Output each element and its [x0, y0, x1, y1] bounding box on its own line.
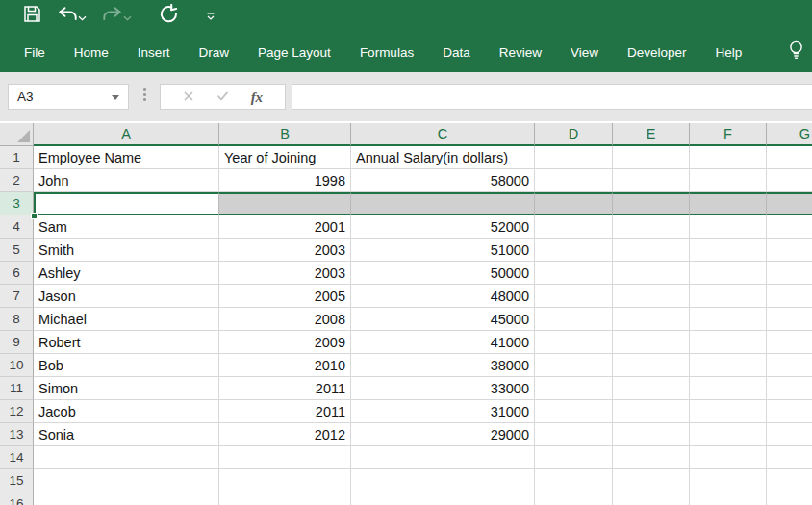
tab-page-layout[interactable]: Page Layout: [243, 32, 345, 72]
cell-A11[interactable]: Simon: [34, 377, 219, 400]
cell-A7[interactable]: Jason: [34, 285, 219, 308]
cell-B15[interactable]: [219, 469, 351, 492]
cell-B8[interactable]: 2008: [219, 308, 351, 331]
cell-A12[interactable]: Jacob: [34, 400, 219, 423]
cell-B11[interactable]: 2011: [219, 377, 351, 400]
row-header-8[interactable]: 8: [0, 308, 34, 331]
redo-dropdown-button[interactable]: [123, 4, 132, 29]
cell-F5[interactable]: [690, 239, 767, 262]
row-header-1[interactable]: 1: [0, 146, 34, 169]
cell-A6[interactable]: Ashley: [34, 262, 219, 285]
cell-E7[interactable]: [613, 285, 690, 308]
name-box[interactable]: A3: [8, 84, 129, 110]
cell-F16[interactable]: [690, 492, 767, 505]
cell-B2[interactable]: 1998: [219, 169, 351, 192]
cell-F14[interactable]: [690, 446, 767, 469]
cell-E4[interactable]: [613, 215, 690, 239]
cell-D2[interactable]: [535, 169, 613, 192]
cell-G15[interactable]: [767, 469, 812, 492]
cell-A15[interactable]: [34, 469, 219, 492]
select-all-button[interactable]: [0, 123, 34, 146]
cell-G5[interactable]: [767, 239, 812, 262]
cell-F15[interactable]: [690, 469, 767, 492]
cell-C5[interactable]: 51000: [351, 239, 535, 262]
cell-B10[interactable]: 2010: [219, 354, 351, 377]
tab-data[interactable]: Data: [428, 32, 485, 72]
cell-F3[interactable]: [690, 192, 767, 215]
cell-D6[interactable]: [535, 262, 613, 285]
cell-G12[interactable]: [767, 400, 812, 423]
cell-G8[interactable]: [767, 308, 812, 331]
row-header-9[interactable]: 9: [0, 331, 34, 354]
cell-F1[interactable]: [690, 146, 767, 169]
row-header-3[interactable]: 3: [0, 192, 34, 215]
cell-E5[interactable]: [613, 239, 690, 262]
name-box-dropdown-icon[interactable]: [112, 95, 119, 100]
cell-F10[interactable]: [690, 354, 767, 377]
cell-D13[interactable]: [535, 423, 613, 446]
cell-C15[interactable]: [351, 469, 535, 492]
cell-F2[interactable]: [690, 169, 767, 192]
tab-review[interactable]: Review: [485, 32, 556, 72]
cell-C16[interactable]: [351, 492, 535, 505]
cell-F7[interactable]: [690, 285, 767, 308]
cell-A9[interactable]: Robert: [34, 331, 219, 354]
cell-D14[interactable]: [535, 446, 613, 469]
cell-B4[interactable]: 2001: [219, 215, 351, 239]
cell-A4[interactable]: Sam: [34, 215, 219, 239]
cell-D16[interactable]: [535, 492, 613, 505]
cell-C4[interactable]: 52000: [351, 215, 535, 239]
cell-A8[interactable]: Michael: [34, 308, 219, 331]
cell-C12[interactable]: 31000: [351, 400, 535, 423]
cell-G9[interactable]: [767, 331, 812, 354]
cell-B1[interactable]: Year of Joining: [219, 146, 351, 169]
column-header-B[interactable]: B: [219, 123, 351, 146]
cell-A16[interactable]: [34, 492, 219, 505]
tab-view[interactable]: View: [556, 32, 613, 72]
row-header-2[interactable]: 2: [0, 169, 34, 192]
cell-E6[interactable]: [613, 262, 690, 285]
cell-D11[interactable]: [535, 377, 613, 400]
cell-F11[interactable]: [690, 377, 767, 400]
cell-G2[interactable]: [767, 169, 812, 192]
cell-B12[interactable]: 2011: [219, 400, 351, 423]
cell-E12[interactable]: [613, 400, 690, 423]
undo-button[interactable]: [57, 4, 78, 29]
cell-G1[interactable]: [767, 146, 812, 169]
cell-D4[interactable]: [535, 215, 613, 239]
cell-D3[interactable]: [535, 192, 613, 215]
cell-E3[interactable]: [613, 192, 690, 215]
repeat-button[interactable]: [159, 4, 179, 29]
tab-home[interactable]: Home: [60, 32, 123, 72]
cell-E15[interactable]: [613, 469, 690, 492]
cell-A13[interactable]: Sonia: [34, 423, 219, 446]
row-header-12[interactable]: 12: [0, 400, 34, 423]
cancel-button[interactable]: [183, 88, 194, 106]
cell-F12[interactable]: [690, 400, 767, 423]
cell-G3[interactable]: [767, 192, 812, 215]
cell-E2[interactable]: [613, 169, 690, 192]
cell-D15[interactable]: [535, 469, 613, 492]
formula-input[interactable]: [292, 84, 812, 110]
column-header-D[interactable]: D: [535, 123, 613, 146]
cell-E8[interactable]: [613, 308, 690, 331]
cell-A5[interactable]: Smith: [34, 239, 219, 262]
cell-E13[interactable]: [613, 423, 690, 446]
cell-B14[interactable]: [219, 446, 351, 469]
cell-C2[interactable]: 58000: [351, 169, 535, 192]
cell-D12[interactable]: [535, 400, 613, 423]
tab-insert[interactable]: Insert: [123, 32, 185, 72]
cell-A2[interactable]: John: [34, 169, 219, 192]
cell-B9[interactable]: 2009: [219, 331, 351, 354]
cell-F8[interactable]: [690, 308, 767, 331]
row-header-5[interactable]: 5: [0, 239, 34, 262]
cell-G13[interactable]: [767, 423, 812, 446]
row-header-10[interactable]: 10: [0, 354, 34, 377]
cell-D5[interactable]: [535, 239, 613, 262]
row-header-7[interactable]: 7: [0, 285, 34, 308]
cell-B7[interactable]: 2005: [219, 285, 351, 308]
row-header-11[interactable]: 11: [0, 377, 34, 400]
cell-D8[interactable]: [535, 308, 613, 331]
cell-C9[interactable]: 41000: [351, 331, 535, 354]
cell-D10[interactable]: [535, 354, 613, 377]
